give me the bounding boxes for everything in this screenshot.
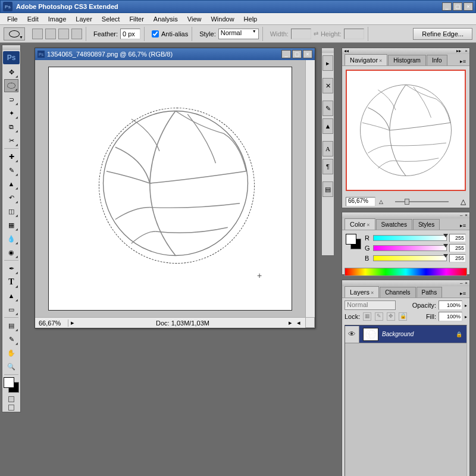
selection-new-button[interactable] [32,29,43,39]
menu-edit[interactable]: Edit [23,14,43,24]
tab-color[interactable]: Color× [345,218,375,230]
dodge-tool[interactable]: ◉◢ [4,246,18,259]
tab-channels[interactable]: Channels [380,287,415,298]
menu-view[interactable]: View [183,14,206,24]
stamp-tool[interactable]: ▲◢ [4,177,18,190]
color-spectrum[interactable] [345,268,467,276]
menu-window[interactable]: Window [206,14,239,24]
blur-tool[interactable]: 💧◢ [4,232,18,245]
g-slider[interactable] [373,245,447,251]
tab-styles[interactable]: Styles [413,219,440,230]
feather-input[interactable] [120,29,140,39]
dock-paragraph-icon[interactable]: ¶ [322,159,333,174]
notes-tool[interactable]: ▤◢ [4,319,18,332]
menu-filter[interactable]: Filter [124,14,148,24]
r-slider[interactable] [373,235,447,241]
panel-header[interactable]: ◂◂▸▸× [342,48,469,54]
doc-close-button[interactable]: × [303,50,312,58]
shape-tool[interactable]: ▭◢ [4,303,18,316]
zoom-slider[interactable] [387,198,457,206]
navigator-preview[interactable] [346,70,466,191]
tab-layers[interactable]: Layers× [345,286,379,298]
brush-tool[interactable]: ✎◢ [4,164,18,177]
lock-position-icon[interactable]: ✥ [387,312,395,321]
menu-help[interactable]: Help [239,14,262,24]
toolbox-gripper[interactable] [2,45,20,50]
panel-close-icon[interactable]: × [465,280,468,286]
canvas[interactable]: + [48,67,292,311]
color-swatch-mini[interactable] [346,234,361,249]
close-button[interactable]: × [464,2,473,11]
pen-tool[interactable]: ✒◢ [4,262,18,275]
menu-select[interactable]: Select [97,14,125,24]
b-input[interactable] [449,254,466,262]
minimize-button[interactable]: _ [442,2,452,11]
dock-expand-button[interactable]: ▸ [322,55,333,71]
dock-layercomps-icon[interactable]: ▤ [322,181,333,197]
hand-tool[interactable]: ✋ [4,346,18,359]
marquee-tool[interactable]: ◢ [4,79,18,92]
menu-file[interactable]: File [2,14,23,24]
canvas-area[interactable]: + [35,60,305,317]
slice-tool[interactable]: ✂◢ [4,134,18,147]
tab-histogram[interactable]: Histogram [388,55,426,65]
panel-minimize-icon[interactable]: – [460,212,462,218]
dock-clone-icon[interactable]: ▲ [322,118,333,134]
maximize-button[interactable]: ▢ [453,2,462,11]
dock-brushes-icon[interactable]: ✎ [322,101,333,116]
fg-swatch[interactable] [346,234,356,245]
zoom-out-icon[interactable]: △ [379,199,383,205]
path-selection-tool[interactable]: ▲◢ [4,289,18,302]
panel-minimize-icon[interactable]: – [460,280,462,286]
dock-gripper[interactable] [322,48,334,53]
dock-tools-icon[interactable]: ✕ [322,78,333,93]
r-input[interactable] [449,234,466,242]
lasso-tool[interactable]: ⊃◢ [4,93,18,106]
zoom-in-icon[interactable]: △ [461,198,466,206]
panel-menu-icon[interactable]: ▸≡ [459,289,467,298]
layer-row-background[interactable]: 👁 Background 🔒 [345,325,466,343]
style-select[interactable]: Normal▼ [218,29,259,39]
crop-tool[interactable]: ⧉◢ [4,120,18,133]
selection-intersect-button[interactable] [71,29,82,39]
panel-header[interactable]: –× [342,212,469,218]
tab-swatches[interactable]: Swatches [376,219,412,230]
zoom-field[interactable]: 66,67% [35,320,68,327]
panel-close-icon[interactable]: × [465,212,468,218]
color-swatch[interactable] [4,377,19,393]
opacity-input[interactable] [439,300,462,310]
document-titlebar[interactable]: Ps 1354065_74890897.png @ 66,7% (RGB/8) … [35,48,315,60]
screen-mode-button[interactable] [8,405,14,411]
g-input[interactable] [449,244,466,252]
panel-menu-icon[interactable]: ▸≡ [459,221,467,230]
panel-close-icon[interactable]: × [465,48,468,54]
refine-edge-button[interactable]: Refine Edge... [413,28,472,40]
selection-add-button[interactable] [45,29,56,39]
menu-analysis[interactable]: Analysis [149,14,183,24]
fill-input[interactable] [439,312,462,321]
lock-transparency-icon[interactable]: ▦ [363,312,371,321]
b-slider[interactable] [373,255,447,261]
tab-info[interactable]: Info [427,55,447,65]
foreground-color[interactable] [4,377,14,388]
eyedropper-tool[interactable]: ✎◢ [4,333,18,346]
doc-minimize-button[interactable]: _ [281,50,291,58]
tab-paths[interactable]: Paths [416,287,443,298]
menu-image[interactable]: Image [43,14,71,24]
visibility-toggle[interactable]: 👁 [345,326,359,343]
history-brush-tool[interactable]: ↶◢ [4,191,18,204]
selection-subtract-button[interactable] [58,29,69,39]
tool-preset-picker[interactable]: ▼ [4,27,25,40]
antialias-checkbox[interactable] [152,30,159,37]
gradient-tool[interactable]: ▦◢ [4,218,18,231]
panel-menu-icon[interactable]: ▸≡ [459,57,467,65]
navigator-zoom-field[interactable]: 66,67% [346,197,375,206]
eraser-tool[interactable]: ◫◢ [4,205,18,218]
lock-all-icon[interactable]: 🔒 [399,312,407,321]
healing-tool[interactable]: ✚◢ [4,150,18,163]
menu-layer[interactable]: Layer [71,14,97,24]
panel-header[interactable]: –× [342,280,469,286]
vertical-scrollbar[interactable] [305,60,315,317]
wand-tool[interactable]: ✦◢ [4,107,18,120]
layer-name[interactable]: Background [382,331,456,337]
